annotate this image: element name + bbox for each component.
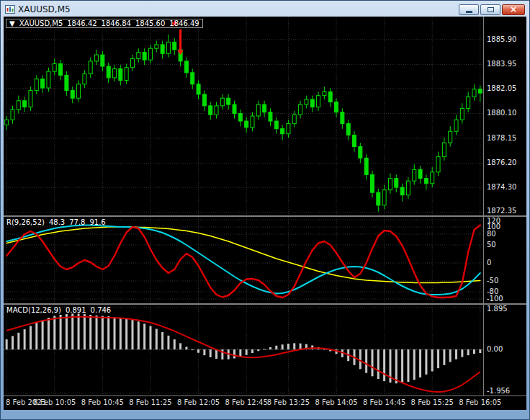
oscillator-label: R(9,26,52) 48.3 77.8 91.6 [6, 218, 106, 226]
time-axis[interactable]: 8 Feb 20238 Feb 10:058 Feb 10:458 Feb 11… [4, 396, 526, 410]
minimize-button[interactable] [459, 4, 479, 15]
infobox-symbol: XAUUSD,M5 [19, 19, 63, 27]
titlebar[interactable]: XAUUSD,M5 × [4, 2, 526, 17]
time-axis-label: 8 Feb 15:25 [411, 398, 454, 406]
window-title: XAUUSD,M5 [18, 4, 456, 14]
symbol-collapse-arrow-icon[interactable]: ▼ [9, 19, 15, 27]
main-chart-plot[interactable]: ▼ XAUUSD,M5 1846.42 1846.84 1845.60 1846… [4, 17, 483, 215]
axis-label: 1878.15 [487, 134, 516, 142]
time-axis-label: 8 Feb 10:05 [33, 398, 76, 406]
restore-button[interactable] [480, 4, 500, 15]
axis-label: 80 [487, 230, 496, 238]
axis-label: 1883.95 [487, 60, 516, 68]
infobox-close: 1846.49 [169, 19, 199, 27]
macd-label: MACD(12,26,9) 0.891 0.746 [6, 306, 111, 314]
time-axis-label: 8 Feb 14:45 [363, 398, 405, 406]
ohlc-infobox[interactable]: ▼ XAUUSD,M5 1846.42 1846.84 1845.60 1846… [6, 19, 203, 28]
macd-value-signal: 0.746 [91, 306, 112, 314]
fast-line [6, 225, 480, 298]
axis-label: 0 [487, 259, 491, 267]
axis-label: 1882.05 [487, 84, 516, 92]
main-price-panel: ▼ XAUUSD,M5 1846.42 1846.84 1845.60 1846… [4, 17, 526, 215]
macd-plot[interactable]: MACD(12,26,9) 0.891 0.746 [4, 305, 483, 396]
axis-label: 1876.20 [487, 158, 516, 166]
axis-label: 1880.10 [487, 109, 516, 117]
macd-panel: MACD(12,26,9) 0.891 0.746 1.8950.00-1.95… [4, 305, 526, 396]
minimize-icon [466, 11, 472, 13]
main-price-axis[interactable]: 1885.901883.951882.051880.101878.151876.… [483, 17, 526, 215]
axis-label: 1874.30 [487, 183, 516, 191]
chart-client-area: ▼ XAUUSD,M5 1846.42 1846.84 1845.60 1846… [4, 17, 526, 410]
restore-icon [488, 7, 494, 12]
slow-line [6, 227, 480, 283]
macd-name: MACD(12,26,9) [6, 306, 61, 314]
oscillator-value-1: 48.3 [49, 218, 65, 226]
macd-plot-canvas [4, 305, 483, 396]
time-axis-label: 8 Feb 12:45 [225, 398, 268, 406]
axis-label: 50 [487, 241, 496, 249]
oscillator-value-3: 91.6 [89, 218, 105, 226]
axis-label: 1872.35 [487, 207, 516, 215]
time-axis-label: 8 Feb 12:05 [177, 398, 220, 406]
macd-axis[interactable]: 1.8950.00-1.956 [483, 305, 526, 396]
oscillator-plot-canvas [4, 217, 483, 303]
time-axis-label: 8 Feb 14:05 [315, 398, 357, 406]
axis-label: 0.00 [487, 345, 503, 353]
infobox-high: 1846.84 [102, 19, 131, 27]
axis-label: -100 [487, 295, 503, 303]
axis-label: 1885.90 [487, 35, 516, 43]
axis-label: -1.956 [487, 387, 510, 395]
infobox-low: 1845.60 [135, 19, 165, 27]
oscillator-name: R(9,26,52) [6, 218, 45, 226]
axis-label: -50 [487, 277, 498, 285]
main-chart-plot-canvas: ★ [4, 17, 483, 215]
oscillator-plot[interactable]: R(9,26,52) 48.3 77.8 91.6 [4, 217, 483, 303]
time-axis-label: 8 Feb 16:05 [459, 398, 501, 406]
axis-label: 1.895 [487, 305, 508, 313]
chart-window: XAUUSD,M5 × ▼ XAUUSD,M5 1846.42 1846.84 … [0, 0, 530, 420]
time-axis-label: 8 Feb 11:25 [129, 398, 171, 406]
infobox-open: 1846.42 [67, 19, 96, 27]
oscillator-panel: R(9,26,52) 48.3 77.8 91.6 12010080500-50… [4, 217, 526, 303]
oscillator-value-2: 77.8 [69, 218, 85, 226]
oscillator-axis[interactable]: 12010080500-50-80-100 [483, 217, 526, 303]
close-button[interactable]: × [502, 4, 525, 15]
time-axis-label: 8 Feb 10:45 [81, 398, 124, 406]
close-icon: × [510, 5, 517, 14]
chart-window-icon [5, 5, 15, 14]
time-axis-label: 8 Feb 13:25 [267, 398, 310, 406]
macd-value-main: 0.891 [66, 306, 86, 314]
